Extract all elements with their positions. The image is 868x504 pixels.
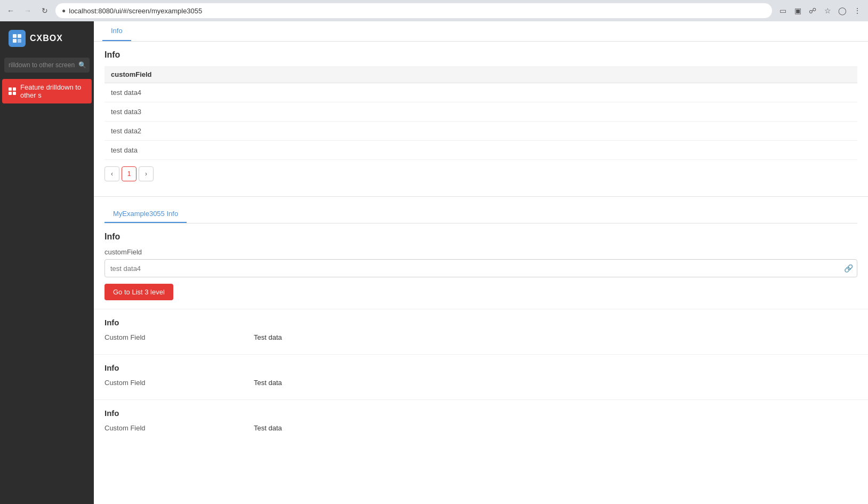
svg-rect-7 — [13, 92, 16, 95]
menu-button[interactable]: ⋮ — [851, 4, 864, 17]
info-row-2-0: Custom FieldTest data — [105, 424, 857, 432]
table-row[interactable]: test data — [105, 141, 857, 160]
form-field-label: customField — [105, 248, 857, 256]
list-table-body: test data4test data3test data2test data — [105, 83, 857, 160]
main-content: Info Info customField test data4test dat… — [94, 21, 868, 504]
info-row-value: Test data — [254, 424, 282, 432]
table-row[interactable]: test data2 — [105, 122, 857, 141]
tab-info[interactable]: Info — [102, 21, 131, 41]
sidebar-item-label: Feature drilldown to other s — [20, 83, 85, 99]
address-bar: ● localhost:8080/ui/#/screen/myexample30… — [55, 3, 772, 18]
logo-text: CXBOX — [30, 34, 63, 43]
profile-button[interactable]: ◯ — [836, 4, 849, 17]
info-row-label: Custom Field — [105, 333, 254, 341]
info-card-0: InfoCustom FieldTest data — [94, 309, 868, 354]
svg-rect-0 — [13, 34, 17, 38]
svg-rect-2 — [13, 39, 17, 43]
info-row-label: Custom Field — [105, 379, 254, 387]
top-tab-bar: Info — [94, 21, 868, 42]
info-card-1: InfoCustom FieldTest data — [94, 354, 868, 399]
info-card-title-2: Info — [105, 409, 857, 418]
inner-tab-bar: MyExample3055 Info — [105, 205, 857, 223]
info-cards-container: InfoCustom FieldTest dataInfoCustom Fiel… — [94, 309, 868, 445]
info-row-label: Custom Field — [105, 424, 254, 432]
search-input[interactable] — [4, 58, 90, 73]
table-row[interactable]: test data3 — [105, 102, 857, 122]
sidebar-search-container: 🔍 — [0, 55, 94, 75]
cast-button[interactable]: ▭ — [776, 4, 789, 17]
list-table-header-row: customField — [105, 66, 857, 83]
zoom-button[interactable]: ☍ — [806, 4, 819, 17]
inner-tab-myexample3055[interactable]: MyExample3055 Info — [105, 205, 187, 223]
browser-actions: ▭ ▣ ☍ ☆ ◯ ⋮ — [776, 4, 864, 17]
grid-icon — [9, 87, 16, 95]
sidebar: CXBOX 🔍 Feature drilldown to other s — [0, 21, 94, 504]
search-wrapper: 🔍 — [4, 58, 90, 73]
info-row-0-0: Custom FieldTest data — [105, 333, 857, 341]
table-cell-customfield: test data4 — [105, 83, 857, 102]
browser-chrome: ← → ↻ ● localhost:8080/ui/#/screen/myexa… — [0, 0, 868, 21]
info-row-value: Test data — [254, 379, 282, 387]
col-header-customfield: customField — [105, 66, 857, 83]
svg-rect-4 — [9, 87, 12, 91]
svg-rect-5 — [13, 87, 16, 91]
info-row-1-0: Custom FieldTest data — [105, 379, 857, 387]
link-icon[interactable]: 🔗 — [844, 264, 853, 273]
table-cell-customfield: test data3 — [105, 102, 857, 122]
bookmark-button[interactable]: ☆ — [821, 4, 834, 17]
info-card-title-0: Info — [105, 318, 857, 327]
svg-rect-1 — [18, 34, 21, 38]
list-table-head: customField — [105, 66, 857, 83]
translate-button[interactable]: ▣ — [791, 4, 804, 17]
table-cell-customfield: test data2 — [105, 122, 857, 141]
sidebar-menu: Feature drilldown to other s — [0, 75, 94, 504]
next-page-button[interactable]: › — [139, 166, 154, 181]
search-icon: 🔍 — [78, 61, 86, 69]
logo-icon — [9, 30, 26, 47]
pagination: ‹ 1 › — [105, 160, 857, 188]
sidebar-item-feature-drilldown[interactable]: Feature drilldown to other s — [2, 79, 92, 103]
list-section-title: Info — [105, 50, 857, 60]
list-table: customField test data4test data3test dat… — [105, 66, 857, 160]
reload-button[interactable]: ↻ — [38, 4, 51, 17]
form-section: MyExample3055 Info Info customField 🔗 Go… — [94, 197, 868, 309]
go-to-list-3-level-button[interactable]: Go to List 3 level — [105, 284, 173, 300]
sidebar-logo: CXBOX — [0, 21, 94, 55]
forward-button[interactable]: → — [21, 4, 34, 17]
url-text: localhost:8080/ui/#/screen/myexample3055 — [69, 7, 202, 15]
svg-rect-6 — [9, 92, 12, 95]
svg-rect-3 — [18, 39, 21, 43]
form-section-title: Info — [105, 232, 857, 242]
lock-icon: ● — [62, 7, 66, 14]
custom-field-input[interactable] — [105, 259, 857, 277]
info-card-2: InfoCustom FieldTest data — [94, 399, 868, 445]
list-content-section: Info customField test data4test data3tes… — [94, 42, 868, 196]
back-button[interactable]: ← — [4, 4, 17, 17]
info-row-value: Test data — [254, 333, 282, 341]
table-row[interactable]: test data4 — [105, 83, 857, 102]
form-field-group: customField 🔗 — [105, 248, 857, 277]
info-card-title-1: Info — [105, 363, 857, 372]
app-layout: CXBOX 🔍 Feature drilldown to other s — [0, 21, 868, 504]
form-input-wrapper: 🔗 — [105, 259, 857, 277]
page-1-button[interactable]: 1 — [122, 166, 136, 181]
prev-page-button[interactable]: ‹ — [105, 166, 119, 181]
table-cell-customfield: test data — [105, 141, 857, 160]
